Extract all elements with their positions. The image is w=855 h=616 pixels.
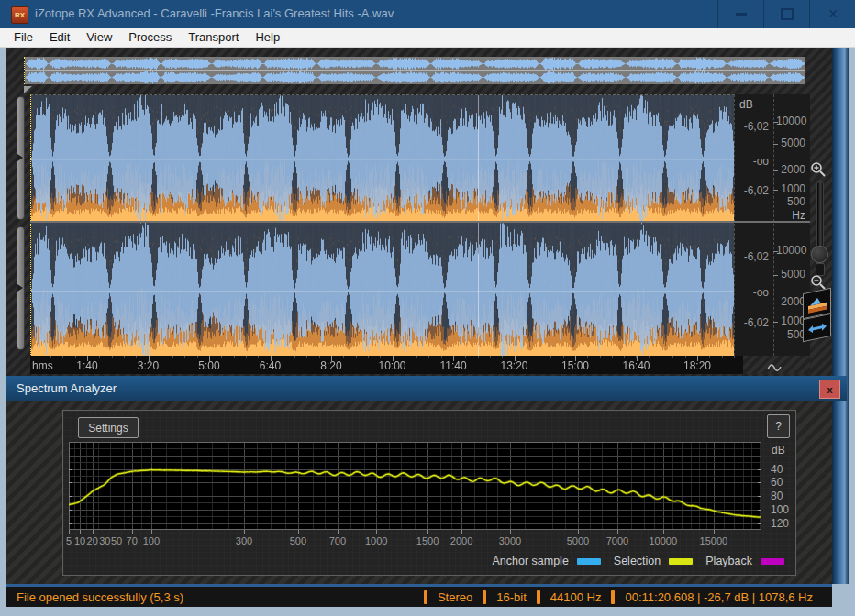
window-title: iZotope RX Advanced - Caravelli -Francis… (35, 0, 394, 28)
spectrum-freq-tick: 700 (317, 535, 358, 546)
spectrum-freq-tick: 15000 (694, 535, 734, 546)
legend-swatch (669, 558, 693, 565)
status-fields: Stereo16-bit44100 Hz00:11:20.608 | -26,7… (424, 590, 823, 604)
overview-position-marker[interactable] (24, 86, 32, 94)
app-window: RX iZotope RX Advanced - Caravelli -Fran… (0, 0, 855, 616)
legend-swatch (761, 558, 784, 565)
right-accent-strip (832, 48, 849, 584)
status-message: File opened successfully (5,3 s) (17, 590, 183, 604)
spectrum-help-button[interactable]: ? (767, 414, 790, 438)
menu-view[interactable]: View (78, 28, 120, 48)
spectrum-db-tick: 100 (771, 503, 794, 516)
spectrum-panel-title: Spectrum Analyzer (17, 381, 117, 395)
spectrum-legend: Anchor sampleSelectionPlayback (69, 553, 784, 569)
menu-process[interactable]: Process (120, 28, 180, 48)
minimize-button[interactable] (717, 0, 764, 28)
spectrum-freq-tick: 300 (224, 535, 264, 546)
menu-help[interactable]: Help (247, 28, 288, 48)
time-tick-label: 1:40 (61, 359, 113, 372)
time-tick-label: 10:00 (367, 359, 418, 372)
zoom-slider-thumb[interactable] (811, 246, 828, 263)
freq-tick-mark (773, 251, 778, 252)
status-field: 44100 Hz (540, 590, 612, 604)
freq-tick-mark (773, 336, 778, 336)
freq-tick-ch2: 2000 (776, 295, 805, 308)
spectrum-db-tick: 60 (771, 476, 794, 489)
freq-tick-mark (773, 203, 778, 204)
maximize-icon (781, 8, 794, 20)
time-tick-label: 18:20 (672, 359, 723, 372)
time-tick-label: 16:40 (611, 359, 662, 372)
time-tick-label: 3:20 (123, 359, 174, 372)
spectrum-panel-header[interactable]: Spectrum Analyzer (6, 376, 847, 401)
menu-bar: FileEditViewProcessTransportHelp (0, 28, 855, 48)
legend-swatch (577, 558, 601, 565)
close-button[interactable]: ✕ (809, 0, 855, 28)
hz-scale-label: Hz (775, 209, 805, 222)
freq-tick-mark (773, 275, 778, 276)
menu-transport[interactable]: Transport (180, 28, 247, 48)
time-tick-label: 6:40 (245, 359, 296, 372)
spectrogram-display[interactable] (30, 94, 735, 357)
app-icon: RX (11, 6, 28, 24)
freq-tick-mark (773, 322, 778, 323)
freq-tick-ch2: 1000 (776, 314, 805, 327)
minimize-icon (736, 13, 747, 16)
freq-tick-ch2: 5000 (776, 268, 805, 280)
legend-item-playback: Playback (705, 555, 784, 567)
time-tick-label: 15:00 (550, 359, 601, 372)
amp-tick-ch2: -6,02 (735, 316, 769, 329)
freq-tick-mark (773, 190, 778, 191)
status-field: Stereo (428, 590, 483, 604)
freq-tick-mark (773, 302, 778, 303)
spectrum-plot-canvas[interactable] (69, 442, 761, 535)
amp-tick-ch2: -oo (735, 286, 769, 299)
channel-divider (30, 221, 810, 223)
spectrum-db-axis-label: dB (772, 444, 785, 456)
freq-tick-ch1: 10000 (776, 115, 805, 127)
channel-2-arrow-icon (17, 284, 23, 292)
freq-tick-mark (773, 122, 778, 123)
menu-file[interactable]: File (6, 28, 41, 48)
overview-waveform[interactable] (25, 57, 805, 84)
menu-edit[interactable]: Edit (41, 28, 78, 48)
freq-tick-ch1: 500 (776, 195, 805, 208)
amp-tick-ch2: -6,02 (735, 250, 769, 263)
db-scale-header: dB (739, 98, 753, 111)
spectrum-db-tick: 120 (771, 517, 794, 530)
spectrum-freq-tick: 2000 (441, 535, 482, 546)
spectrogram-canvas[interactable] (31, 95, 735, 357)
time-tick-label: 8:20 (305, 359, 357, 372)
amp-tick-ch1: -6,02 (735, 184, 769, 197)
zoom-in-icon[interactable] (810, 161, 827, 178)
time-ruler[interactable]: hms1:403:205:006:408:2010:0011:4013:2015… (30, 356, 810, 374)
time-tick-label: 11:40 (428, 359, 479, 372)
maximize-button[interactable] (763, 0, 810, 28)
legend-label: Playback (705, 555, 752, 567)
spectrum-freq-tick: 5000 (558, 535, 598, 546)
freq-tick-ch1: 5000 (776, 137, 805, 149)
time-tick-label: 5:00 (183, 359, 235, 372)
status-bar: File opened successfully (5,3 s) Stereo1… (6, 584, 832, 607)
freq-tick-mark (773, 144, 778, 145)
overview-strip[interactable] (24, 57, 805, 84)
horizontal-arrows-icon (807, 319, 827, 336)
freq-tick-ch1: 2000 (776, 163, 805, 176)
status-field: 00:11:20.608 | -26,7 dB | 1078,6 Hz (615, 590, 823, 604)
amp-tick-ch1: -6,02 (735, 120, 769, 133)
channel-1-arrow-icon (17, 154, 23, 161)
close-icon: ✕ (827, 7, 838, 20)
spectrum-panel-close-button[interactable]: x (819, 380, 840, 399)
amp-tick-ch1: -oo (735, 155, 769, 168)
freq-tick-mark (773, 170, 778, 171)
spectrum-settings-button[interactable]: Settings (78, 417, 139, 438)
cursor-glyph (765, 359, 783, 373)
spectrum-db-tick: 40 (771, 463, 794, 476)
legend-label: Selection (614, 555, 661, 567)
legend-item-selection: Selection (614, 555, 693, 567)
freq-scale-dashed (773, 94, 774, 356)
spectrum-plot[interactable] (69, 442, 761, 535)
spectrum-freq-tick: 3000 (490, 535, 530, 546)
legend-item-anchor-sample: Anchor sample (492, 555, 600, 567)
spectrum-freq-tick: 500 (278, 535, 318, 546)
